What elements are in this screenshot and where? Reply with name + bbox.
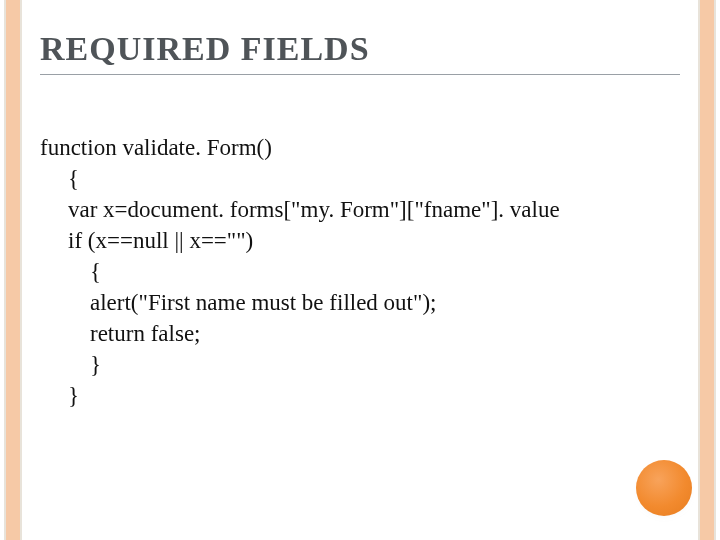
code-line-2: { [40, 163, 79, 194]
code-line-7: return false; [40, 318, 200, 349]
right-stripe [700, 0, 714, 540]
left-stripe [6, 0, 20, 540]
content-area: REQUIRED FIELDS function validate. Form(… [40, 30, 680, 520]
code-line-1: function validate. Form() [40, 135, 272, 160]
title-underline [40, 74, 680, 75]
code-line-3: var x=document. forms["my. Form"]["fname… [40, 194, 560, 225]
code-line-8: } [40, 349, 101, 380]
accent-circle-icon [636, 460, 692, 516]
slide: REQUIRED FIELDS function validate. Form(… [0, 0, 720, 540]
slide-title: REQUIRED FIELDS [40, 30, 680, 68]
code-line-6: alert("First name must be filled out"); [40, 287, 436, 318]
right-edge-outer [714, 0, 716, 540]
code-line-9: } [40, 380, 79, 411]
code-line-5: { [40, 256, 101, 287]
code-line-4: if (x==null || x=="") [40, 225, 253, 256]
left-edge-inner [20, 0, 22, 540]
code-block: function validate. Form() { var x=docume… [40, 101, 680, 443]
